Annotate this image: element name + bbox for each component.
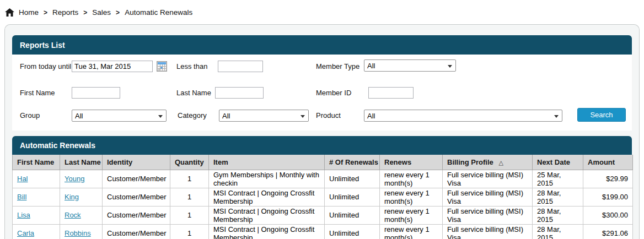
table-header-row: First Name Last Name Identity Quantity I… [13, 155, 633, 170]
amount-cell: $291.06 [583, 224, 633, 239]
first-name-link[interactable]: Carla [17, 229, 34, 237]
item-cell: MSI Contract | Ongoing Crossfit Membersh… [209, 224, 325, 239]
first-name-link[interactable]: Bill [17, 193, 26, 201]
item-cell: Gym Memberships | Monthly with checkin [209, 170, 325, 188]
col-billing-profile-label: Billing Profile [447, 158, 493, 166]
identity-cell: Customer/Member [103, 224, 170, 239]
next-date-cell: 28 Mar, 2015 [533, 188, 583, 206]
amount-cell: $300.00 [583, 206, 633, 224]
calendar-button[interactable] [157, 61, 167, 72]
quantity-cell: 1 [170, 206, 209, 224]
next-date-cell: 28 Mar, 2015 [533, 224, 583, 239]
identity-cell: Customer/Member [103, 170, 170, 188]
breadcrumb: Home > Reports > Sales > Automatic Renew… [0, 0, 644, 20]
identity-cell: Customer/Member [103, 206, 170, 224]
quantity-cell: 1 [170, 224, 209, 239]
first-name-link[interactable]: Hal [17, 175, 28, 183]
amount-cell: $29.99 [583, 170, 633, 188]
renewals-cell: Unlimited [325, 224, 380, 239]
table-row: Carla Robbins Customer/Member 1 MSI Cont… [13, 224, 633, 239]
home-icon[interactable] [5, 8, 14, 17]
renewals-table: First Name Last Name Identity Quantity I… [12, 155, 633, 239]
less-than-label: Less than [176, 61, 207, 72]
identity-cell: Customer/Member [103, 188, 170, 206]
renewals-cell: Unlimited [325, 188, 380, 206]
panel-title: Automatic Renewals [20, 141, 95, 150]
last-name-link[interactable]: Robbins [65, 229, 91, 237]
table-row: Hal Young Customer/Member 1 Gym Membersh… [13, 170, 633, 188]
renewals-cell: Unlimited [325, 206, 380, 224]
chevron-down-icon [554, 115, 559, 118]
panel-title: Reports List [20, 41, 65, 50]
col-item[interactable]: Item [209, 155, 325, 170]
breadcrumb-sales[interactable]: Sales [92, 8, 111, 17]
table-row: Lisa Rock Customer/Member 1 MSI Contract… [13, 206, 633, 224]
member-id-input[interactable] [368, 87, 414, 99]
search-button[interactable]: Search [577, 108, 626, 122]
breadcrumb-home[interactable]: Home [19, 8, 39, 17]
product-value: All [367, 112, 375, 120]
next-date-cell: 28 Mar, 2015 [533, 206, 583, 224]
renewals-cell: Unlimited [325, 170, 380, 188]
chevron-down-icon [158, 115, 163, 118]
col-identity[interactable]: Identity [103, 155, 170, 170]
reports-container: Reports List From today until Less than [4, 24, 640, 239]
next-date-cell: 25 Mar, 2015 [533, 170, 583, 188]
group-label: Group [20, 110, 40, 121]
category-label: Category [178, 110, 207, 121]
billing-cell: Full service billing (MSI) Visa [443, 224, 533, 239]
item-cell: MSI Contract | Ongoing Crossfit Membersh… [209, 206, 325, 224]
reports-list-panel: Reports List From today until Less than [12, 35, 632, 131]
breadcrumb-separator: > [43, 9, 48, 17]
automatic-renewals-panel: Automatic Renewals First Name Last Name … [12, 136, 632, 239]
first-name-label: First Name [20, 87, 55, 99]
category-value: All [222, 112, 230, 120]
billing-cell: Full service billing (MSI) Visa [443, 206, 533, 224]
col-quantity[interactable]: Quantity [170, 155, 209, 170]
automatic-renewals-header: Automatic Renewals [12, 136, 632, 155]
from-date-input[interactable] [72, 61, 153, 72]
col-renewals[interactable]: # Of Renewals [325, 155, 380, 170]
filters-body: From today until Less than Member Type [12, 55, 632, 131]
last-name-input[interactable] [215, 87, 264, 99]
last-name-link[interactable]: Young [65, 175, 84, 183]
last-name-link[interactable]: Rock [65, 211, 81, 219]
first-name-input[interactable] [72, 87, 120, 99]
quantity-cell: 1 [170, 188, 209, 206]
member-type-select[interactable]: All [364, 59, 456, 72]
category-select[interactable]: All [219, 110, 309, 122]
breadcrumb-automatic-renewals: Automatic Renewals [125, 8, 192, 17]
col-amount[interactable]: Amount [583, 155, 633, 170]
chevron-down-icon [448, 65, 452, 68]
last-name-label: Last Name [176, 87, 211, 99]
col-billing-profile[interactable]: Billing Profile △ [443, 155, 533, 170]
col-last-name[interactable]: Last Name [60, 155, 103, 170]
group-value: All [75, 112, 83, 120]
member-type-value: All [367, 62, 375, 70]
last-name-link[interactable]: King [65, 193, 79, 201]
chevron-down-icon [300, 115, 305, 118]
billing-cell: Full service billing (MSI) Visa [443, 170, 533, 188]
calendar-icon [157, 62, 167, 71]
sort-asc-icon: △ [498, 159, 503, 166]
breadcrumb-separator: > [83, 9, 88, 17]
col-first-name[interactable]: First Name [13, 155, 60, 170]
renews-cell: renew every 1 month(s) [380, 206, 443, 224]
first-name-link[interactable]: Lisa [17, 211, 30, 219]
renews-cell: renew every 1 month(s) [380, 170, 443, 188]
quantity-cell: 1 [170, 170, 209, 188]
breadcrumb-separator: > [115, 9, 120, 17]
breadcrumb-reports[interactable]: Reports [52, 8, 78, 17]
amount-cell: $199.00 [583, 188, 633, 206]
product-select[interactable]: All [364, 110, 562, 122]
renews-cell: renew every 1 month(s) [380, 188, 443, 206]
table-row: Bill King Customer/Member 1 MSI Contract… [13, 188, 633, 206]
from-date-label: From today until [20, 61, 71, 72]
col-next-date[interactable]: Next Date [533, 155, 583, 170]
product-label: Product [316, 110, 341, 121]
less-than-input[interactable] [218, 61, 263, 72]
item-cell: MSI Contract | Ongoing Crossfit Membersh… [209, 188, 325, 206]
col-renews[interactable]: Renews [380, 155, 443, 170]
member-type-label: Member Type [316, 61, 359, 72]
group-select[interactable]: All [72, 110, 167, 122]
